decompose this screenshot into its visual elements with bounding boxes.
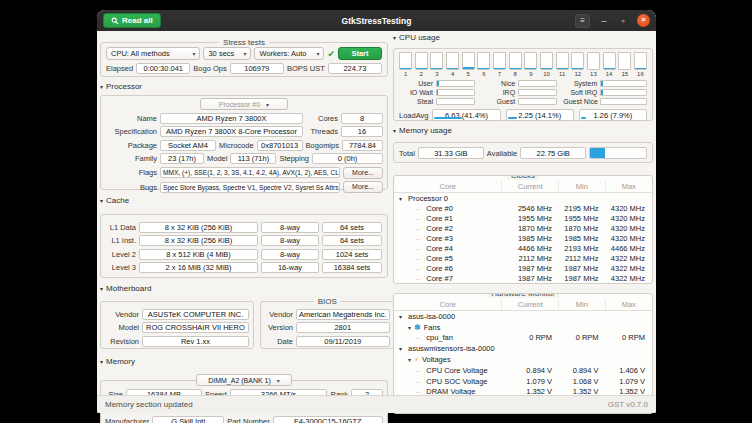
loadavg-value: 6.63 (41.4%)	[432, 109, 500, 121]
clocks-table-row[interactable]: Core #3 1985 MHz 1985 MHz 4320 MHz	[394, 233, 652, 243]
tree-expander-icon[interactable]	[416, 254, 420, 263]
core-usage-levelbar	[477, 52, 490, 70]
row-icon	[414, 323, 421, 332]
clocks-table-row[interactable]: Core #6 1987 MHz 1987 MHz 4322 MHz	[394, 263, 652, 273]
hwmon-table-row[interactable]: Fans	[394, 322, 652, 333]
read-all-button[interactable]: Read all	[103, 13, 161, 28]
main-content: Stress tests CPU: All methods▾ 30 secs▾ …	[97, 31, 656, 395]
tree-expander-icon[interactable]	[416, 204, 420, 213]
tree-expander-icon[interactable]	[416, 366, 420, 375]
row-icon	[414, 355, 419, 364]
manufacturer-label: Manufacturer	[105, 417, 149, 423]
bogomips-label: Bogomips	[306, 141, 339, 150]
core-number-label: 2	[415, 71, 428, 77]
clocks-table-row[interactable]: Core #7 1987 MHz 1987 MHz 4322 MHz	[394, 273, 652, 283]
tree-expander-icon[interactable]	[416, 274, 420, 283]
core-usage-levelbar	[556, 52, 569, 70]
core-usage-column: 4	[446, 52, 459, 77]
hwmon-table-row[interactable]: CPU Core Voltage 0.894 V 0.894 V 1.406 V	[394, 365, 652, 376]
bios-row: Version 2801	[265, 322, 390, 333]
motherboard-expander[interactable]: ▾ Motherboard	[100, 284, 388, 293]
tree-expander-icon[interactable]	[399, 344, 402, 353]
stress-duration-combo[interactable]: 30 secs▾	[203, 47, 251, 60]
dimm-selector-combo[interactable]: DIMM_A2 (BANK 1)▾	[196, 374, 292, 386]
hwmon-table-row[interactable]: cpu_fan 0 RPM 0 RPM 0 RPM	[394, 333, 652, 344]
stress-workers-combo[interactable]: Workers: Auto▾	[254, 47, 324, 60]
core-number-label: 16	[634, 71, 647, 77]
start-button[interactable]: Start	[338, 47, 382, 60]
clocks-table-row[interactable]: Core #0 2546 MHz 2195 MHz 4320 MHz	[394, 203, 652, 213]
tree-expander-icon[interactable]	[399, 312, 402, 321]
total-label: Total	[399, 149, 415, 158]
clocks-table-row[interactable]: Core #4 4466 MHz 2193 MHz 4466 MHz	[394, 243, 652, 253]
core-usage-levelbar	[462, 52, 475, 70]
tree-expander-icon[interactable]	[408, 355, 411, 364]
cpu-stat-bar	[518, 89, 557, 96]
core-usage-levelbar	[399, 52, 412, 70]
tree-expander-icon[interactable]	[416, 214, 420, 223]
cache-level-label: Level 3	[106, 263, 136, 272]
tree-expander-icon[interactable]	[416, 377, 420, 386]
core-usage-column: 10	[540, 52, 553, 77]
stress-metric-value: 0:00:30.041	[136, 63, 190, 74]
column-header: Core	[394, 299, 502, 310]
specification-label: Specification	[105, 127, 157, 136]
cpu-stat-label: Guest	[481, 98, 515, 105]
bugs-more-button[interactable]: More...	[343, 181, 383, 193]
core-usage-levelbar	[571, 52, 584, 70]
check-icon: ✔	[327, 49, 335, 59]
tree-expander-icon[interactable]	[416, 244, 420, 253]
memory-usage-expander[interactable]: ▾ Memory usage	[393, 126, 653, 135]
processor-expander[interactable]: ▾ Processor	[100, 82, 388, 91]
minimize-icon[interactable]: –	[599, 14, 609, 28]
core-usage-column: 12	[571, 52, 584, 77]
stress-metric-label: Bogo Ops	[193, 64, 226, 73]
clocks-table-row[interactable]: Core #5 2112 MHz 2112 MHz 4322 MHz	[394, 253, 652, 263]
core-usage-levelbar	[446, 52, 459, 70]
cache-ways-value: 8-way	[261, 222, 319, 233]
core-usage-column: 13	[587, 52, 600, 77]
cache-row: Level 2 8 x 512 KiB (4 MiB) 8-way 1024 s…	[106, 249, 382, 260]
clocks-table-row[interactable]: Core #2 1870 MHz 1870 MHz 4320 MHz	[394, 223, 652, 233]
tree-expander-icon[interactable]	[416, 264, 420, 273]
board-row-label: Revision	[105, 337, 139, 346]
cpu-usage-expander[interactable]: ▾ CPU usage	[393, 33, 653, 42]
stress-metric-label: Elapsed	[106, 64, 133, 73]
cpu-stat-label: Soft IRQ	[563, 89, 597, 96]
stress-metric-label: BOPS UST	[287, 64, 325, 73]
tree-expander-icon[interactable]	[408, 323, 411, 332]
hwmon-table-row[interactable]: asuswmisensors-isa-0000	[394, 343, 652, 354]
hwmon-table-row[interactable]: CPU SOC Voltage 1.079 V 1.068 V 1.079 V	[394, 376, 652, 387]
hwmon-table-row[interactable]: asus-isa-0000	[394, 311, 652, 322]
status-message: Memory section updated	[105, 400, 193, 409]
expander-arrow-icon: ▾	[100, 83, 103, 90]
cache-row: L1 Inst. 8 x 32 KiB (256 KiB) 8-way 64 s…	[106, 235, 382, 246]
hamburger-menu-icon[interactable]: ≡	[575, 14, 590, 28]
cpu-stat: System	[563, 80, 647, 87]
tree-expander-icon[interactable]	[416, 333, 420, 342]
core-number-label: 6	[477, 71, 490, 77]
magnifier-icon	[111, 17, 119, 25]
clocks-table-row[interactable]: Core #1 1955 MHz 1955 MHz 4320 MHz	[394, 213, 652, 223]
close-icon[interactable]: ×	[637, 14, 650, 27]
tree-expander-icon[interactable]	[416, 224, 420, 233]
tree-expander-icon[interactable]	[416, 234, 420, 243]
cpu-stat: Soft IRQ	[563, 89, 647, 96]
available-label: Available	[487, 149, 517, 158]
memory-expander[interactable]: ▾ Memory	[100, 357, 388, 366]
stress-method-combo[interactable]: CPU: All methods▾	[106, 47, 200, 60]
processor-selector-combo[interactable]: Processor #0▾	[200, 98, 288, 110]
cache-size-value: 8 x 512 KiB (4 MiB)	[139, 249, 258, 260]
stress-tests-frame: Stress tests CPU: All methods▾ 30 secs▾ …	[100, 42, 388, 77]
core-usage-levelbar	[493, 52, 506, 70]
flags-more-button[interactable]: More...	[343, 167, 383, 179]
tree-expander-icon[interactable]	[399, 194, 402, 203]
cpu-stat: User	[399, 80, 475, 87]
clocks-table-row[interactable]: Processor 0	[394, 193, 652, 203]
cache-expander[interactable]: ▾ Cache	[100, 196, 388, 205]
maximize-icon[interactable]: ▫	[618, 14, 628, 28]
cores-label: Cores	[306, 114, 338, 123]
cache-row: Level 3 2 x 16 MiB (32 MiB) 16-way 16384…	[106, 262, 382, 273]
hwmon-table-row[interactable]: Voltages	[394, 354, 652, 365]
cpu-usage-frame: 1 2 3	[393, 48, 653, 121]
